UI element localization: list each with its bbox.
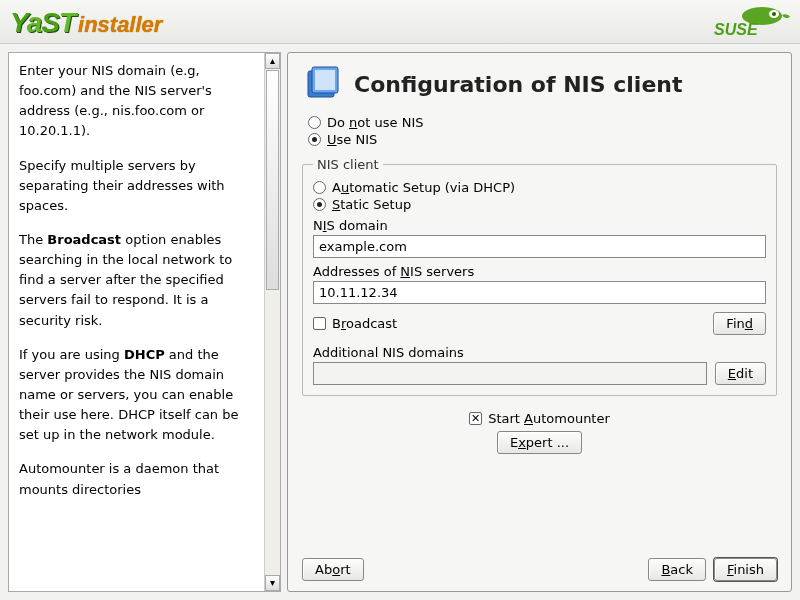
header: YaSTinstaller SUSE <box>0 0 800 44</box>
book-icon <box>302 63 344 105</box>
svg-point-2 <box>772 12 776 16</box>
svg-rect-6 <box>315 70 335 90</box>
broadcast-checkbox[interactable]: Broadcast <box>313 316 397 331</box>
find-button[interactable]: Find <box>713 312 766 335</box>
nis-servers-input[interactable] <box>313 281 766 304</box>
radio-do-not-use-nis[interactable]: Do not use NIS <box>308 115 777 130</box>
additional-domains-input[interactable] <box>313 362 707 385</box>
nis-domain-input[interactable] <box>313 235 766 258</box>
nis-servers-label: Addresses of NIS servers <box>313 264 766 279</box>
additional-domains-label: Additional NIS domains <box>313 345 766 360</box>
svg-text:SUSE: SUSE <box>714 21 759 38</box>
nis-domain-label: NIS domain <box>313 218 766 233</box>
yast-logo: YaSTinstaller <box>10 7 162 39</box>
finish-button[interactable]: Finish <box>714 558 777 581</box>
scroll-up-icon[interactable]: ▴ <box>265 53 280 69</box>
page-title: Configuration of NIS client <box>354 72 683 97</box>
scroll-thumb[interactable] <box>266 70 279 290</box>
help-scrollbar[interactable]: ▴ ▾ <box>264 53 280 591</box>
suse-logo: SUSE <box>710 5 790 41</box>
radio-use-nis[interactable]: Use NIS <box>308 132 777 147</box>
radio-auto-setup[interactable]: Automatic Setup (via DHCP) <box>313 180 766 195</box>
edit-button[interactable]: Edit <box>715 362 766 385</box>
help-panel: Enter your NIS domain (e.g, foo.com) and… <box>8 52 281 592</box>
config-panel: Configuration of NIS client Do not use N… <box>287 52 792 592</box>
scroll-down-icon[interactable]: ▾ <box>265 575 280 591</box>
expert-button[interactable]: Expert ... <box>497 431 582 454</box>
automounter-checkbox[interactable]: Start Automounter <box>469 411 610 426</box>
radio-static-setup[interactable]: Static Setup <box>313 197 766 212</box>
back-button[interactable]: Back <box>648 558 706 581</box>
nis-client-group: NIS client Automatic Setup (via DHCP) St… <box>302 157 777 396</box>
abort-button[interactable]: Abort <box>302 558 364 581</box>
nis-client-legend: NIS client <box>313 157 383 172</box>
help-text: Enter your NIS domain (e.g, foo.com) and… <box>9 53 264 591</box>
